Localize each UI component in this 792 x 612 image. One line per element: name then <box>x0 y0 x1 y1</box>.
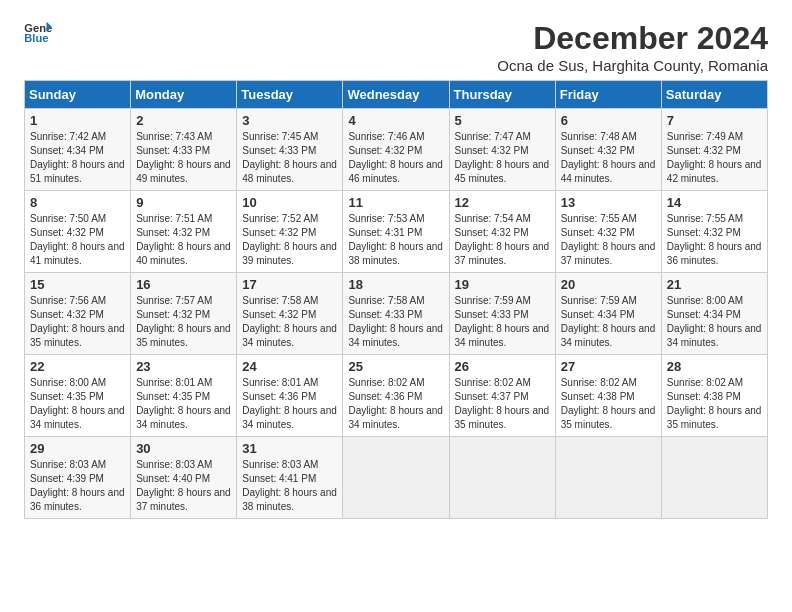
day-number: 21 <box>667 277 762 292</box>
sunrise-label: Sunrise: 7:58 AM <box>348 295 424 306</box>
sunset-label: Sunset: 4:41 PM <box>242 473 316 484</box>
day-info: Sunrise: 8:02 AM Sunset: 4:36 PM Dayligh… <box>348 376 443 432</box>
day-info: Sunrise: 7:55 AM Sunset: 4:32 PM Dayligh… <box>667 212 762 268</box>
sunrise-label: Sunrise: 7:51 AM <box>136 213 212 224</box>
day-number: 31 <box>242 441 337 456</box>
daylight-label: Daylight: 8 hours and 35 minutes. <box>561 405 656 430</box>
sunrise-label: Sunrise: 7:48 AM <box>561 131 637 142</box>
sunrise-label: Sunrise: 8:02 AM <box>348 377 424 388</box>
daylight-label: Daylight: 8 hours and 34 minutes. <box>561 323 656 348</box>
daylight-label: Daylight: 8 hours and 35 minutes. <box>30 323 125 348</box>
day-info: Sunrise: 7:52 AM Sunset: 4:32 PM Dayligh… <box>242 212 337 268</box>
calendar-day-cell: 5 Sunrise: 7:47 AM Sunset: 4:32 PM Dayli… <box>449 109 555 191</box>
calendar-day-cell: 24 Sunrise: 8:01 AM Sunset: 4:36 PM Dayl… <box>237 355 343 437</box>
calendar-day-cell: 2 Sunrise: 7:43 AM Sunset: 4:33 PM Dayli… <box>131 109 237 191</box>
sunrise-label: Sunrise: 7:55 AM <box>667 213 743 224</box>
calendar-day-cell <box>343 437 449 519</box>
daylight-label: Daylight: 8 hours and 44 minutes. <box>561 159 656 184</box>
calendar-day-cell: 9 Sunrise: 7:51 AM Sunset: 4:32 PM Dayli… <box>131 191 237 273</box>
calendar-day-cell: 22 Sunrise: 8:00 AM Sunset: 4:35 PM Dayl… <box>25 355 131 437</box>
daylight-label: Daylight: 8 hours and 35 minutes. <box>136 323 231 348</box>
daylight-label: Daylight: 8 hours and 41 minutes. <box>30 241 125 266</box>
day-number: 10 <box>242 195 337 210</box>
subtitle: Ocna de Sus, Harghita County, Romania <box>497 57 768 74</box>
sunset-label: Sunset: 4:32 PM <box>242 309 316 320</box>
daylight-label: Daylight: 8 hours and 34 minutes. <box>242 323 337 348</box>
day-info: Sunrise: 8:03 AM Sunset: 4:40 PM Dayligh… <box>136 458 231 514</box>
day-number: 25 <box>348 359 443 374</box>
sunrise-label: Sunrise: 7:54 AM <box>455 213 531 224</box>
sunset-label: Sunset: 4:32 PM <box>455 145 529 156</box>
sunrise-label: Sunrise: 7:59 AM <box>561 295 637 306</box>
day-number: 27 <box>561 359 656 374</box>
day-number: 4 <box>348 113 443 128</box>
daylight-label: Daylight: 8 hours and 34 minutes. <box>348 405 443 430</box>
sunrise-label: Sunrise: 7:56 AM <box>30 295 106 306</box>
sunrise-label: Sunrise: 7:55 AM <box>561 213 637 224</box>
calendar-day-cell: 28 Sunrise: 8:02 AM Sunset: 4:38 PM Dayl… <box>661 355 767 437</box>
calendar-day-cell: 27 Sunrise: 8:02 AM Sunset: 4:38 PM Dayl… <box>555 355 661 437</box>
daylight-label: Daylight: 8 hours and 38 minutes. <box>242 487 337 512</box>
daylight-label: Daylight: 8 hours and 45 minutes. <box>455 159 550 184</box>
sunset-label: Sunset: 4:32 PM <box>561 227 635 238</box>
calendar-day-cell <box>661 437 767 519</box>
day-number: 13 <box>561 195 656 210</box>
day-info: Sunrise: 8:00 AM Sunset: 4:34 PM Dayligh… <box>667 294 762 350</box>
sunrise-label: Sunrise: 8:02 AM <box>667 377 743 388</box>
day-info: Sunrise: 8:01 AM Sunset: 4:35 PM Dayligh… <box>136 376 231 432</box>
day-info: Sunrise: 7:45 AM Sunset: 4:33 PM Dayligh… <box>242 130 337 186</box>
sunset-label: Sunset: 4:34 PM <box>561 309 635 320</box>
day-number: 28 <box>667 359 762 374</box>
day-number: 19 <box>455 277 550 292</box>
calendar-week-row: 8 Sunrise: 7:50 AM Sunset: 4:32 PM Dayli… <box>25 191 768 273</box>
day-number: 1 <box>30 113 125 128</box>
day-number: 26 <box>455 359 550 374</box>
calendar-day-cell: 14 Sunrise: 7:55 AM Sunset: 4:32 PM Dayl… <box>661 191 767 273</box>
sunset-label: Sunset: 4:37 PM <box>455 391 529 402</box>
day-info: Sunrise: 7:49 AM Sunset: 4:32 PM Dayligh… <box>667 130 762 186</box>
calendar-table: SundayMondayTuesdayWednesdayThursdayFrid… <box>24 80 768 519</box>
calendar-day-cell: 12 Sunrise: 7:54 AM Sunset: 4:32 PM Dayl… <box>449 191 555 273</box>
logo-icon: General Blue <box>24 20 52 44</box>
sunset-label: Sunset: 4:33 PM <box>242 145 316 156</box>
calendar-day-cell: 29 Sunrise: 8:03 AM Sunset: 4:39 PM Dayl… <box>25 437 131 519</box>
daylight-label: Daylight: 8 hours and 34 minutes. <box>136 405 231 430</box>
day-info: Sunrise: 7:58 AM Sunset: 4:32 PM Dayligh… <box>242 294 337 350</box>
daylight-label: Daylight: 8 hours and 34 minutes. <box>455 323 550 348</box>
day-number: 11 <box>348 195 443 210</box>
sunset-label: Sunset: 4:38 PM <box>667 391 741 402</box>
sunset-label: Sunset: 4:33 PM <box>455 309 529 320</box>
day-number: 17 <box>242 277 337 292</box>
day-info: Sunrise: 7:51 AM Sunset: 4:32 PM Dayligh… <box>136 212 231 268</box>
day-info: Sunrise: 7:47 AM Sunset: 4:32 PM Dayligh… <box>455 130 550 186</box>
weekday-header-tuesday: Tuesday <box>237 81 343 109</box>
weekday-header-saturday: Saturday <box>661 81 767 109</box>
day-number: 23 <box>136 359 231 374</box>
day-info: Sunrise: 7:59 AM Sunset: 4:33 PM Dayligh… <box>455 294 550 350</box>
day-info: Sunrise: 7:53 AM Sunset: 4:31 PM Dayligh… <box>348 212 443 268</box>
weekday-header-wednesday: Wednesday <box>343 81 449 109</box>
calendar-day-cell: 4 Sunrise: 7:46 AM Sunset: 4:32 PM Dayli… <box>343 109 449 191</box>
day-number: 2 <box>136 113 231 128</box>
calendar-day-cell: 18 Sunrise: 7:58 AM Sunset: 4:33 PM Dayl… <box>343 273 449 355</box>
sunrise-label: Sunrise: 8:03 AM <box>30 459 106 470</box>
calendar-day-cell: 3 Sunrise: 7:45 AM Sunset: 4:33 PM Dayli… <box>237 109 343 191</box>
day-number: 7 <box>667 113 762 128</box>
sunrise-label: Sunrise: 8:00 AM <box>667 295 743 306</box>
calendar-day-cell: 23 Sunrise: 8:01 AM Sunset: 4:35 PM Dayl… <box>131 355 237 437</box>
daylight-label: Daylight: 8 hours and 46 minutes. <box>348 159 443 184</box>
sunrise-label: Sunrise: 7:49 AM <box>667 131 743 142</box>
day-number: 14 <box>667 195 762 210</box>
sunset-label: Sunset: 4:32 PM <box>667 227 741 238</box>
sunrise-label: Sunrise: 7:52 AM <box>242 213 318 224</box>
sunset-label: Sunset: 4:38 PM <box>561 391 635 402</box>
day-info: Sunrise: 7:43 AM Sunset: 4:33 PM Dayligh… <box>136 130 231 186</box>
sunrise-label: Sunrise: 7:53 AM <box>348 213 424 224</box>
sunset-label: Sunset: 4:32 PM <box>30 227 104 238</box>
daylight-label: Daylight: 8 hours and 35 minutes. <box>455 405 550 430</box>
sunset-label: Sunset: 4:34 PM <box>667 309 741 320</box>
main-title: December 2024 <box>497 20 768 57</box>
sunrise-label: Sunrise: 7:45 AM <box>242 131 318 142</box>
day-info: Sunrise: 8:02 AM Sunset: 4:37 PM Dayligh… <box>455 376 550 432</box>
calendar-week-row: 1 Sunrise: 7:42 AM Sunset: 4:34 PM Dayli… <box>25 109 768 191</box>
